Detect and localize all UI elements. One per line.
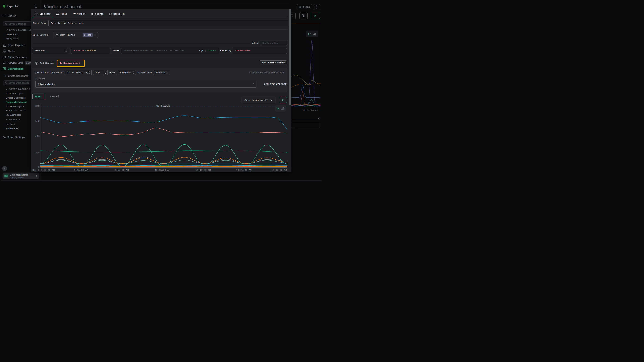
svg-text:10:35:00 AM: 10:35:00 AM bbox=[271, 169, 287, 171]
svg-text:800: 800 bbox=[36, 105, 40, 107]
svg-text:10:05:00 AM: 10:05:00 AM bbox=[155, 169, 170, 171]
svg-text:10:15:00 AM: 10:15:00 AM bbox=[196, 169, 211, 171]
svg-text:200: 200 bbox=[36, 151, 40, 154]
svg-text:9:45:00 AM: 9:45:00 AM bbox=[74, 169, 88, 171]
svg-text:0: 0 bbox=[38, 166, 40, 169]
svg-text:9:55:00 AM: 9:55:00 AM bbox=[115, 169, 128, 171]
svg-text:10:25:00 AM: 10:25:00 AM bbox=[236, 169, 252, 171]
svg-text:400: 400 bbox=[36, 135, 40, 138]
svg-text:Nov 6 9:35:00 AM: Nov 6 9:35:00 AM bbox=[32, 169, 55, 171]
svg-text:600: 600 bbox=[36, 120, 40, 122]
svg-text:Alert Threshold: Alert Threshold bbox=[156, 105, 170, 107]
